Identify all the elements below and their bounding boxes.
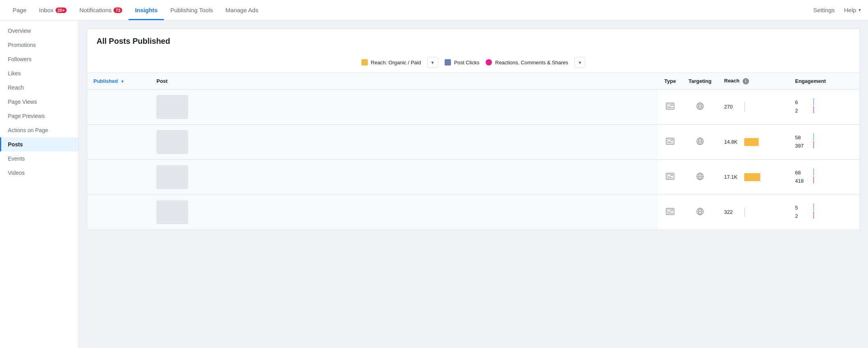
reach-bar-container [744, 208, 745, 217]
svg-rect-31 [667, 210, 671, 212]
table-row: 14.8K 58 397 [87, 124, 860, 159]
reach-bar-container [744, 102, 745, 112]
card-header: All Posts Published [87, 29, 860, 52]
cell-type [658, 195, 682, 230]
nav-manage-ads[interactable]: Manage Ads [219, 0, 264, 20]
legend-post-clicks-label: Post Clicks [454, 60, 479, 65]
nav-inbox[interactable]: Inbox 20+ [33, 0, 73, 20]
globe-icon [696, 102, 704, 110]
sidebar-item-label: Actions on Page [8, 127, 48, 133]
engagement-cell: 58 397 [795, 134, 853, 150]
post-clicks-line [813, 98, 814, 105]
col-header-reach: Reach i [718, 73, 789, 89]
post-clicks-line [813, 168, 814, 176]
nav-manage-ads-label: Manage Ads [225, 7, 258, 13]
nav-notifications-label: Notifications [79, 7, 112, 13]
reach-info-icon[interactable]: i [743, 78, 749, 84]
nav-insights[interactable]: Insights [129, 0, 164, 20]
reactions-line [813, 211, 814, 219]
sidebar-item-label: Promotions [8, 42, 36, 48]
legend-reach-label: Reach: Organic / Paid [371, 60, 421, 65]
nav-help[interactable]: Help ▼ [844, 7, 862, 13]
nav-items: Page Inbox 20+ Notifications 73 Insights… [6, 0, 862, 20]
cell-post [150, 89, 658, 124]
sidebar-item-overview[interactable]: Overview [0, 24, 78, 38]
col-engagement-label: Engagement [795, 78, 826, 84]
col-header-engagement: Engagement [789, 73, 860, 89]
engagement-top: 68 [795, 169, 811, 177]
sidebar-item-followers[interactable]: Followers [0, 52, 78, 66]
col-published-label: Published [93, 78, 118, 84]
nav-right: Settings Help ▼ [813, 7, 862, 13]
cell-engagement: 58 397 [789, 124, 860, 159]
sidebar-item-promotions[interactable]: Promotions [0, 38, 78, 52]
reach-bar-container [744, 137, 759, 147]
col-header-published[interactable]: Published ▼ [87, 73, 150, 89]
engagement-bars [813, 169, 814, 183]
globe-icon [696, 208, 704, 215]
post-type-icon [666, 173, 674, 180]
nav-settings[interactable]: Settings [813, 7, 834, 13]
reach-bar-container [744, 172, 761, 182]
nav-settings-label: Settings [813, 7, 834, 13]
reactions-swatch [486, 59, 492, 65]
col-header-type: Type [658, 73, 682, 89]
sidebar-item-label: Page Views [8, 99, 37, 105]
sidebar-item-page-views[interactable]: Page Views [0, 95, 78, 109]
reach-line [744, 102, 745, 112]
engagement-top: 6 [795, 99, 811, 107]
col-type-label: Type [664, 78, 676, 84]
sidebar-item-videos[interactable]: Videos [0, 166, 78, 180]
col-reach-label: Reach [724, 78, 739, 84]
posts-table: Published ▼ Post Type Targeting [87, 73, 860, 230]
reach-dropdown-button[interactable]: ▾ [427, 57, 438, 68]
sidebar-item-actions-on-page[interactable]: Actions on Page [0, 123, 78, 137]
main-content: All Posts Published Reach: Organic / Pai… [79, 21, 868, 348]
nav-notifications[interactable]: Notifications 73 [73, 0, 129, 20]
main-layout: Overview Promotions Followers Likes Reac… [0, 21, 868, 348]
sidebar-item-likes[interactable]: Likes [0, 66, 78, 80]
engagement-bars [813, 134, 814, 148]
cell-engagement: 68 418 [789, 159, 860, 195]
reach-line [758, 137, 759, 147]
nav-inbox-label: Inbox [39, 7, 54, 13]
nav-insights-label: Insights [135, 7, 158, 13]
sidebar-item-reach[interactable]: Reach [0, 80, 78, 95]
engagement-top: 5 [795, 204, 811, 212]
post-clicks-line [813, 204, 814, 211]
eng-bar-row-top [813, 134, 814, 140]
reach-line [760, 172, 761, 182]
cell-post [150, 195, 658, 230]
globe-icon [696, 172, 704, 180]
eng-bar-row-bottom [813, 212, 814, 218]
post-type-icon [666, 138, 674, 145]
reach-value: 14.8K [724, 139, 742, 145]
inbox-badge: 20+ [56, 7, 67, 13]
cell-targeting [682, 195, 718, 230]
post-clicks-swatch [445, 59, 451, 65]
table-row: 17.1K 68 418 [87, 159, 860, 195]
legend-reactions: Reactions, Comments & Shares [486, 59, 568, 65]
sidebar-item-posts[interactable]: Posts [0, 137, 78, 152]
reach-line [744, 208, 745, 217]
cell-engagement: 6 2 [789, 89, 860, 124]
nav-help-label: Help [844, 7, 856, 13]
cell-reach: 17.1K [718, 159, 789, 195]
cell-reach: 322 [718, 195, 789, 230]
reach-bar [744, 173, 760, 181]
post-thumbnail [156, 130, 188, 154]
post-thumbnail [156, 95, 188, 119]
sidebar-item-label: Reach [8, 84, 24, 91]
post-thumbnail [156, 165, 188, 189]
engagement-bars [813, 99, 814, 113]
legend-row: Reach: Organic / Paid ▾ Post Clicks Reac… [87, 52, 860, 73]
nav-publishing-tools[interactable]: Publishing Tools [164, 0, 219, 20]
sidebar-item-page-previews[interactable]: Page Previews [0, 109, 78, 123]
reactions-line [813, 106, 814, 113]
post-type-icon [666, 103, 674, 110]
nav-page[interactable]: Page [6, 0, 33, 20]
cell-reach: 270 [718, 89, 789, 124]
sidebar-item-events[interactable]: Events [0, 152, 78, 166]
col-targeting-label: Targeting [689, 78, 712, 84]
reactions-dropdown-button[interactable]: ▾ [574, 57, 585, 68]
